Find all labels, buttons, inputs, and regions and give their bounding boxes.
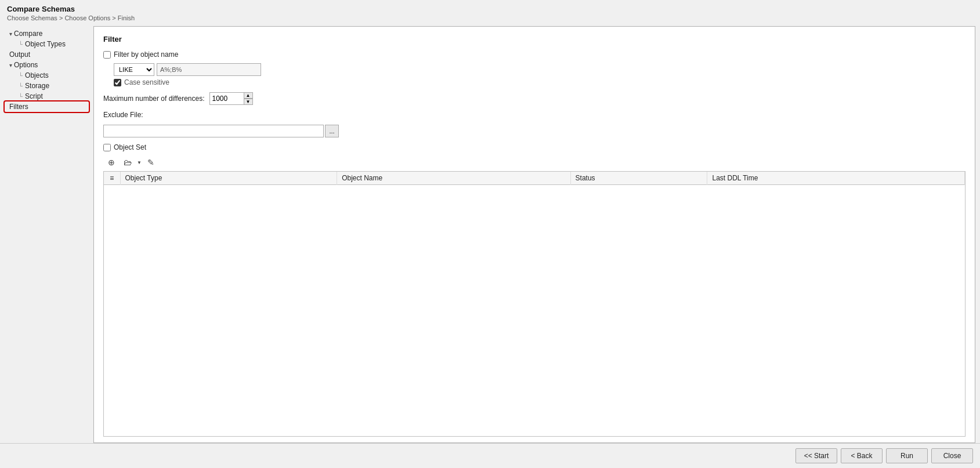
data-table: ≡ Object Type Object Name Status Last DD…: [104, 172, 965, 185]
dialog-container: Compare Schemas Choose Schemas > Choose …: [0, 0, 980, 468]
breadcrumb-step2: Choose Options: [64, 14, 110, 21]
browse-button[interactable]: ...: [325, 125, 339, 137]
folder-button[interactable]: 🗁: [120, 156, 136, 169]
sidebar-label-compare: Compare: [14, 30, 42, 38]
max-diff-row: Maximum number of differences: ▲ ▼: [103, 92, 965, 105]
exclude-file-input-row: ...: [103, 125, 965, 137]
chevron-down-icon: ▼: [137, 160, 142, 165]
add-icon: ⊕: [108, 158, 115, 167]
chevron-compare: ▾: [9, 31, 12, 37]
exclude-file-label: Exclude File:: [103, 111, 143, 119]
dialog-footer: << Start < Back Run Close: [0, 443, 980, 468]
filter-by-name-text: Filter by object name: [114, 50, 178, 59]
filter-by-name-checkbox[interactable]: [103, 51, 111, 59]
tree-line-storage: └: [19, 83, 23, 89]
sidebar-label-storage: Storage: [25, 82, 49, 90]
sidebar-item-script[interactable]: └ Script: [14, 91, 89, 101]
exclude-file-row: Exclude File:: [103, 111, 965, 119]
col-header-status: Status: [570, 172, 707, 185]
like-select[interactable]: LIKE NOT LIKE = !=: [114, 63, 154, 76]
spinner-buttons: ▲ ▼: [244, 92, 253, 105]
dialog-title: Compare Schemas: [7, 5, 973, 13]
spinner-up-btn[interactable]: ▲: [244, 92, 253, 99]
object-set-row: Object Set: [103, 143, 965, 151]
like-input[interactable]: [157, 63, 261, 76]
breadcrumb: Choose Schemas > Choose Options > Finish: [7, 14, 973, 21]
sidebar-label-output: Output: [9, 50, 30, 59]
spinner-down-btn[interactable]: ▼: [244, 99, 253, 105]
sidebar-item-storage[interactable]: └ Storage: [14, 81, 89, 91]
max-diff-label: Maximum number of differences:: [103, 95, 205, 103]
sidebar-label-object-types: Object Types: [25, 40, 66, 48]
sidebar-item-output[interactable]: Output: [5, 49, 89, 60]
toolbar-row: ⊕ 🗁 ▼ ✎: [104, 156, 965, 169]
breadcrumb-sep1: >: [59, 14, 64, 21]
sidebar-item-filters[interactable]: Filters: [5, 101, 89, 112]
case-sensitive-checkbox[interactable]: [114, 79, 121, 86]
col-header-icon: ≡: [104, 172, 120, 185]
sidebar-item-objects[interactable]: └ Objects: [14, 70, 89, 81]
edit-button[interactable]: ✎: [144, 156, 158, 169]
sidebar-item-options[interactable]: ▾ Options: [5, 60, 89, 70]
exclude-file-input[interactable]: [103, 125, 324, 137]
table-header: ≡ Object Type Object Name Status Last DD…: [104, 172, 965, 185]
edit-icon: ✎: [147, 158, 154, 167]
sidebar-label-options: Options: [14, 61, 38, 69]
object-set-checkbox[interactable]: [103, 144, 111, 151]
breadcrumb-step3: Finish: [118, 14, 135, 21]
max-diff-input[interactable]: [209, 92, 244, 105]
section-title: Filter: [103, 35, 965, 43]
add-button[interactable]: ⊕: [104, 156, 118, 169]
max-diff-spinner: ▲ ▼: [209, 92, 253, 105]
sidebar-label-script: Script: [25, 92, 43, 100]
col-header-object-type: Object Type: [120, 172, 337, 185]
sidebar: ▾ Compare └ Object Types Output ▾ Option…: [5, 26, 89, 443]
title-bar: Compare Schemas Choose Schemas > Choose …: [0, 0, 980, 23]
case-sensitive-row: Case sensitive: [114, 78, 965, 86]
folder-dropdown-btn[interactable]: ▼: [136, 156, 143, 169]
sidebar-item-object-types[interactable]: └ Object Types: [14, 39, 89, 49]
filter-by-name-row: Filter by object name: [103, 50, 965, 59]
main-content: Filter Filter by object name LIKE NOT LI…: [93, 26, 975, 443]
sidebar-item-compare[interactable]: ▾ Compare: [5, 28, 89, 39]
folder-btn-group: 🗁 ▼: [120, 156, 143, 169]
close-button[interactable]: Close: [931, 448, 973, 463]
list-icon: ≡: [110, 174, 114, 182]
chevron-options: ▾: [9, 62, 12, 68]
folder-icon: 🗁: [124, 158, 132, 167]
start-button[interactable]: << Start: [795, 448, 837, 463]
run-button[interactable]: Run: [886, 448, 928, 463]
tree-line-objects: └: [19, 72, 23, 79]
case-sensitive-label: Case sensitive: [124, 78, 169, 86]
col-header-object-name: Object Name: [337, 172, 570, 185]
tree-line-object-types: └: [19, 41, 23, 48]
sidebar-label-filters: Filters: [9, 103, 28, 111]
tree-line-script: └: [19, 93, 23, 100]
browse-button-label: ...: [329, 128, 334, 135]
back-button[interactable]: < Back: [841, 448, 883, 463]
col-header-last-ddl-time: Last DDL Time: [707, 172, 965, 185]
breadcrumb-step1: Choose Schemas: [7, 14, 57, 21]
dialog-body: ▾ Compare └ Object Types Output ▾ Option…: [0, 23, 980, 443]
filter-like-row: LIKE NOT LIKE = !=: [114, 63, 965, 76]
filter-by-name-label[interactable]: Filter by object name: [103, 50, 178, 59]
table-container: ≡ Object Type Object Name Status Last DD…: [103, 171, 965, 437]
breadcrumb-sep2: >: [112, 14, 117, 21]
sidebar-label-objects: Objects: [25, 71, 49, 79]
object-set-label: Object Set: [114, 143, 146, 151]
